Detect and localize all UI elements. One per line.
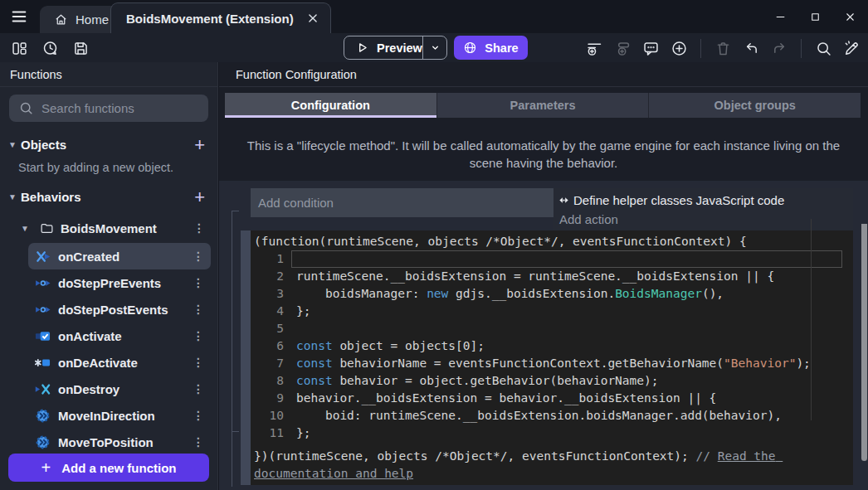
item-menu-icon[interactable]: ⋮	[193, 303, 204, 316]
sidebar-item-dosteppostevents[interactable]: doStepPostEvents⋮	[28, 296, 211, 323]
item-menu-icon[interactable]: ⋮	[193, 382, 204, 395]
behavior-folder-boidsmovement[interactable]: ▼ BoidsMovement ⋮	[0, 217, 217, 239]
add-comment-icon[interactable]	[640, 37, 661, 59]
add-circle-icon[interactable]	[668, 37, 690, 59]
behavior-onactivate-icon	[35, 328, 51, 344]
add-subevent-icon[interactable]	[612, 37, 633, 59]
editor-ruler	[811, 219, 812, 420]
sidebar-item-movetoposition[interactable]: MoveToPosition⋮	[28, 429, 211, 455]
folder-menu-icon[interactable]: ⋮	[193, 221, 205, 235]
preview-button[interactable]: Preview	[344, 36, 447, 60]
close-icon[interactable]	[844, 11, 856, 23]
code-line-2[interactable]: 2runtimeScene.__boidsExtension = runtime…	[251, 268, 853, 285]
edit-icon[interactable]	[841, 37, 862, 59]
code-footer-line: })(runtimeScene, objects /*Object*/, eve…	[251, 448, 853, 483]
share-button[interactable]: Share	[454, 36, 528, 60]
add-object-button[interactable]: +	[194, 137, 205, 153]
item-menu-icon[interactable]: ⋮	[193, 409, 204, 422]
preview-dropdown-button[interactable]	[422, 36, 446, 59]
add-event-icon[interactable]	[583, 37, 605, 59]
function-list: onCreated⋮doStepPreEvents⋮doStepPostEven…	[0, 243, 217, 455]
code-line-10[interactable]: 10 boid: runtimeScene.__boidsExtension.b…	[251, 407, 853, 425]
tab-boidsmovement-extension[interactable]: BoidsMovement (Extension)	[110, 2, 331, 33]
code-editor[interactable]: (function(runtimeScene, objects /*Object…	[251, 230, 853, 485]
add-action-button[interactable]: Add action	[558, 210, 853, 229]
line-number: 7	[251, 355, 284, 372]
preview-label: Preview	[377, 41, 422, 55]
function-item-label: doStepPreEvents	[58, 276, 161, 290]
maximize-icon[interactable]	[809, 11, 822, 23]
item-menu-icon[interactable]: ⋮	[193, 356, 204, 369]
tab-configuration[interactable]: Configuration	[225, 93, 437, 118]
js-event-title: Define helper classes JavaScript code	[573, 193, 784, 207]
code-line-3[interactable]: 3 boidsManager: new gdjs.__boidsExtensio…	[251, 285, 853, 303]
code-token-kw: const	[296, 357, 333, 370]
function-item-label: MoveToPosition	[58, 435, 154, 449]
history-icon[interactable]	[39, 37, 61, 59]
code-token-cls: BoidsManager	[615, 287, 702, 300]
function-item-label: MoveInDirection	[58, 409, 155, 423]
tab-close-icon[interactable]	[307, 12, 319, 24]
search-functions-input[interactable]	[9, 95, 208, 122]
sidebar-item-dosteppreevents[interactable]: doStepPreEvents⋮	[28, 269, 211, 296]
gdevelop-window: Home BoidsMovement (Extension) Preview S…	[0, 0, 868, 490]
add-behavior-button[interactable]: +	[194, 189, 205, 206]
item-menu-icon[interactable]: ⋮	[193, 276, 204, 289]
toolbar-divider	[700, 39, 701, 58]
behavior-ondeactivate-icon	[35, 355, 51, 371]
trash-icon[interactable]	[712, 37, 734, 59]
item-menu-icon[interactable]: ⋮	[193, 250, 204, 263]
behaviors-section-header[interactable]: ▼ Behaviors +	[0, 187, 217, 207]
line-number: 2	[251, 268, 284, 285]
sidebar-item-moveindirection[interactable]: MoveInDirection⋮	[28, 402, 211, 429]
behavior-function-icon	[35, 408, 51, 424]
event-drag-handle[interactable]	[241, 230, 251, 485]
line-content: };	[296, 303, 310, 320]
search-icon[interactable]	[812, 37, 834, 59]
sidebar-item-ondestroy[interactable]: onDestroy⋮	[28, 376, 211, 402]
tab-object-groups[interactable]: Object groups	[649, 93, 861, 118]
objects-section-header[interactable]: ▼ Objects +	[0, 134, 217, 155]
tab-parameters[interactable]: Parameters	[437, 93, 650, 118]
code-line-1[interactable]: 1	[251, 250, 853, 268]
code-line-9[interactable]: 9behavior.__boidsExtension = behavior.__…	[251, 390, 853, 407]
code-line-7[interactable]: 7const behaviorName = eventsFunctionCont…	[251, 355, 853, 372]
line-number: 9	[251, 390, 284, 407]
objects-empty-hint: Start by adding a new object.	[0, 155, 217, 174]
toolbar-right-group	[583, 37, 862, 59]
add-function-button[interactable]: + Add a new function	[8, 454, 209, 482]
redo-icon[interactable]	[768, 37, 790, 59]
js-event-header[interactable]: Define helper classes JavaScript code	[558, 190, 853, 210]
line-content: const behavior = object.getBehavior(beha…	[296, 372, 659, 390]
code-line-5[interactable]: 5	[251, 320, 853, 337]
add-function-label: Add a new function	[61, 461, 176, 475]
line-number: 5	[251, 320, 284, 337]
menu-icon[interactable]	[7, 7, 31, 27]
play-icon	[355, 41, 369, 55]
sidebar-item-onactivate[interactable]: onActivate⋮	[28, 323, 211, 349]
functions-sidebar: Functions ▼ Objects + Start by adding a …	[0, 62, 218, 490]
code-line-6[interactable]: 6const object = objects[0];	[251, 337, 853, 355]
code-line-8[interactable]: 8const behavior = object.getBehavior(beh…	[251, 372, 853, 390]
panels-icon[interactable]	[8, 37, 30, 59]
item-menu-icon[interactable]: ⋮	[193, 329, 204, 342]
caret-down-icon: ▼	[8, 140, 21, 149]
code-token-kw: const	[296, 374, 333, 387]
sidebar-item-ondeactivate[interactable]: onDeActivate⋮	[28, 349, 211, 376]
globe-icon	[463, 41, 477, 55]
function-configuration-panel: Function Configuration ConfigurationPara…	[219, 62, 868, 490]
sidebar-item-oncreated[interactable]: onCreated⋮	[28, 243, 211, 269]
code-line-11[interactable]: 11};	[251, 425, 853, 442]
minimize-icon[interactable]	[774, 11, 787, 23]
code-scrollbar[interactable]	[861, 224, 867, 461]
behavior-step-icon	[35, 302, 51, 318]
code-line-4[interactable]: 4};	[251, 303, 853, 320]
undo-icon[interactable]	[740, 37, 762, 59]
toolbar-divider	[801, 39, 802, 58]
preview-main[interactable]: Preview	[344, 36, 422, 59]
add-condition-button[interactable]: Add condition	[251, 188, 553, 217]
function-item-label: onDeActivate	[58, 356, 138, 370]
save-icon[interactable]	[70, 37, 91, 59]
item-menu-icon[interactable]: ⋮	[193, 435, 204, 449]
function-item-label: onCreated	[58, 250, 119, 264]
